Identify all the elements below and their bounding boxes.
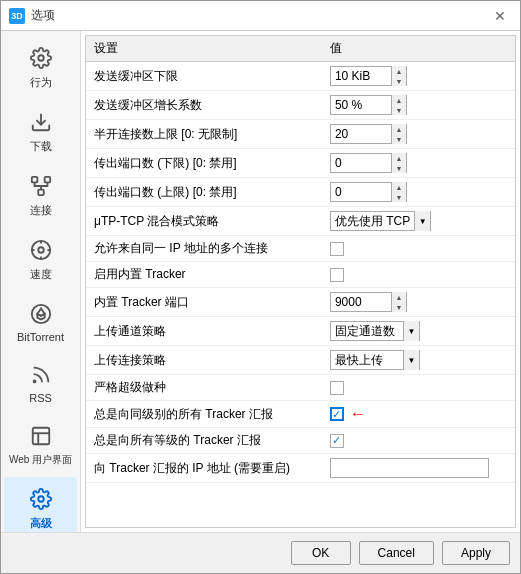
sidebar-item-advanced[interactable]: 高级 — [4, 477, 77, 532]
dropdown-arrow-icon[interactable]: ▼ — [403, 321, 419, 341]
spinner-input[interactable] — [331, 125, 391, 143]
spinner-up[interactable]: ▲ — [392, 292, 406, 302]
spinner-down[interactable]: ▼ — [392, 192, 406, 202]
gear-icon — [27, 44, 55, 72]
setting-value[interactable]: ▲▼ — [322, 91, 515, 120]
spinner-down[interactable]: ▼ — [392, 302, 406, 312]
spinner-down[interactable]: ▼ — [392, 163, 406, 173]
dropdown-arrow-icon[interactable]: ▼ — [403, 350, 419, 370]
setting-name: 允许来自同一 IP 地址的多个连接 — [86, 236, 322, 262]
setting-value — [322, 454, 515, 483]
apply-button[interactable]: Apply — [442, 541, 510, 565]
setting-name: μTP-TCP 混合模式策略 — [86, 207, 322, 236]
table-row: 半开连接数上限 [0: 无限制]▲▼ — [86, 120, 515, 149]
title-bar: 3D 选项 ✕ — [1, 1, 520, 31]
sidebar-label-behavior: 行为 — [30, 75, 52, 90]
table-row: 上传通道策略固定通道数▼ — [86, 317, 515, 346]
table-row: 严格超级做种 — [86, 375, 515, 401]
setting-value[interactable] — [322, 375, 515, 401]
sidebar-item-rss[interactable]: RSS — [4, 353, 77, 412]
setting-name: 启用内置 Tracker — [86, 262, 322, 288]
setting-value[interactable] — [322, 236, 515, 262]
dropdown-text: 固定通道数 — [331, 323, 403, 340]
sidebar-label-download: 下载 — [30, 139, 52, 154]
dropdown[interactable]: 固定通道数▼ — [330, 321, 420, 341]
palette-icon — [27, 236, 55, 264]
setting-value[interactable]: ▲▼ — [322, 178, 515, 207]
setting-name: 总是向同级别的所有 Tracker 汇报 — [86, 401, 322, 428]
setting-value[interactable]: 最快上传▼ — [322, 346, 515, 375]
sidebar-item-download[interactable]: 下载 — [4, 100, 77, 162]
network-icon — [27, 172, 55, 200]
spinner-input[interactable] — [331, 183, 391, 201]
table-row: 向 Tracker 汇报的 IP 地址 (需要重启) — [86, 454, 515, 483]
spinner-down[interactable]: ▼ — [392, 134, 406, 144]
main-panel: 设置 值 发送缓冲区下限▲▼发送缓冲区增长系数▲▼半开连接数上限 [0: 无限制… — [81, 31, 520, 532]
setting-value[interactable]: ▲▼ — [322, 288, 515, 317]
dropdown-text: 最快上传 — [331, 352, 403, 369]
sidebar-item-bittorrent[interactable]: BitTorrent — [4, 292, 77, 351]
setting-value[interactable]: ▲▼ — [322, 120, 515, 149]
col-value: 值 — [322, 36, 515, 62]
spinner-input[interactable] — [331, 293, 391, 311]
svg-point-0 — [38, 55, 44, 61]
content-area: 行为 下载 — [1, 31, 520, 532]
setting-name: 发送缓冲区增长系数 — [86, 91, 322, 120]
dropdown[interactable]: 优先使用 TCP▼ — [330, 211, 431, 231]
sidebar-label-speed: 速度 — [30, 267, 52, 282]
spinner-down[interactable]: ▼ — [392, 76, 406, 86]
setting-value[interactable]: 优先使用 TCP▼ — [322, 207, 515, 236]
setting-value[interactable] — [322, 262, 515, 288]
setting-name: 内置 Tracker 端口 — [86, 288, 322, 317]
highlight-arrow-icon: ← — [350, 405, 366, 423]
setting-value[interactable]: ✓ — [322, 428, 515, 454]
checkbox[interactable]: ✓ — [330, 434, 344, 448]
dropdown-text: 优先使用 TCP — [331, 213, 414, 230]
setting-value[interactable]: 固定通道数▼ — [322, 317, 515, 346]
settings-table: 设置 值 发送缓冲区下限▲▼发送缓冲区增长系数▲▼半开连接数上限 [0: 无限制… — [86, 36, 515, 483]
spinner-up[interactable]: ▲ — [392, 182, 406, 192]
checkbox[interactable] — [330, 381, 344, 395]
svg-rect-4 — [38, 190, 44, 196]
sidebar-label-bittorrent: BitTorrent — [17, 331, 64, 343]
sidebar-item-behavior[interactable]: 行为 — [4, 36, 77, 98]
dropdown-arrow-icon[interactable]: ▼ — [414, 211, 430, 231]
cancel-button[interactable]: Cancel — [359, 541, 434, 565]
svg-rect-3 — [44, 177, 49, 183]
spinner-up[interactable]: ▲ — [392, 153, 406, 163]
sidebar-item-speed[interactable]: 速度 — [4, 228, 77, 290]
table-row: 允许来自同一 IP 地址的多个连接 — [86, 236, 515, 262]
spinner-up[interactable]: ▲ — [392, 95, 406, 105]
spinner-input[interactable] — [331, 96, 391, 114]
webui-icon — [27, 422, 55, 450]
table-row: 发送缓冲区增长系数▲▼ — [86, 91, 515, 120]
spinner-up[interactable]: ▲ — [392, 66, 406, 76]
spinner-up[interactable]: ▲ — [392, 124, 406, 134]
close-button[interactable]: ✕ — [488, 4, 512, 28]
sidebar-item-webui[interactable]: Web 用户界面 — [4, 414, 77, 475]
checkbox[interactable]: ✓ — [330, 407, 344, 421]
setting-name: 严格超级做种 — [86, 375, 322, 401]
spinner-down[interactable]: ▼ — [392, 105, 406, 115]
sidebar-item-connection[interactable]: 连接 — [4, 164, 77, 226]
bottom-bar: OK Cancel Apply — [1, 532, 520, 573]
checkbox[interactable] — [330, 268, 344, 282]
checkbox[interactable] — [330, 242, 344, 256]
sidebar-label-connection: 连接 — [30, 203, 52, 218]
setting-value[interactable]: ✓← — [322, 401, 515, 428]
setting-value[interactable]: ▲▼ — [322, 62, 515, 91]
spinner-input[interactable] — [331, 67, 391, 85]
svg-point-11 — [33, 381, 35, 383]
app-icon: 3D — [9, 8, 25, 24]
window-title: 选项 — [31, 7, 488, 24]
setting-name: 上传连接策略 — [86, 346, 322, 375]
setting-value[interactable]: ▲▼ — [322, 149, 515, 178]
setting-name: 半开连接数上限 [0: 无限制] — [86, 120, 322, 149]
svg-rect-2 — [31, 177, 36, 183]
table-row: 上传连接策略最快上传▼ — [86, 346, 515, 375]
spinner-input[interactable] — [331, 154, 391, 172]
ok-button[interactable]: OK — [291, 541, 351, 565]
text-input[interactable] — [330, 458, 489, 478]
dropdown[interactable]: 最快上传▼ — [330, 350, 420, 370]
bittorrent-icon — [27, 300, 55, 328]
